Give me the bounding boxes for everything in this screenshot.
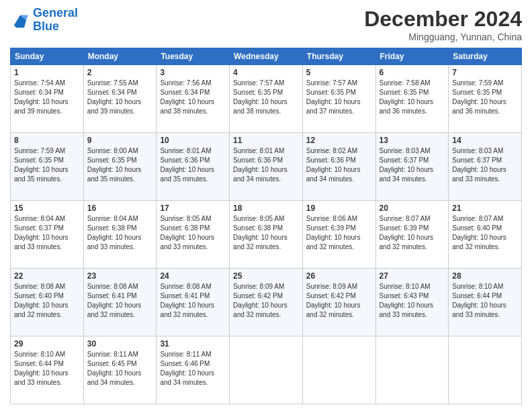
day-info: Sunrise: 7:59 AM Sunset: 6:35 PM Dayligh…: [452, 79, 518, 116]
day-number: 1: [14, 68, 80, 77]
table-row: 27 Sunrise: 8:10 AM Sunset: 6:43 PM Dayl…: [375, 269, 449, 336]
sunset-label: Sunset: 6:34 PM: [160, 89, 210, 96]
sunset-label: Sunset: 6:40 PM: [452, 224, 502, 232]
table-row: 28 Sunrise: 8:10 AM Sunset: 6:44 PM Dayl…: [449, 269, 522, 336]
daylight-label: Daylight: 10 hours and 34 minutes.: [380, 166, 434, 183]
daylight-label: Daylight: 10 hours and 32 minutes.: [380, 234, 434, 250]
sunrise-label: Sunrise: 7:56 AM: [160, 79, 211, 87]
day-info: Sunrise: 8:00 AM Sunset: 6:35 PM Dayligh…: [87, 146, 153, 184]
day-info: Sunrise: 8:09 AM Sunset: 6:42 PM Dayligh…: [306, 282, 372, 320]
calendar-header-row: Sunday Monday Tuesday Wednesday Thursday…: [11, 48, 522, 65]
col-tuesday: Tuesday: [157, 48, 230, 65]
sunrise-label: Sunrise: 8:03 AM: [380, 147, 431, 154]
day-number: 12: [306, 136, 372, 145]
col-monday: Monday: [83, 48, 157, 65]
daylight-label: Daylight: 10 hours and 33 minutes.: [160, 234, 214, 250]
day-info: Sunrise: 8:07 AM Sunset: 6:39 PM Dayligh…: [380, 214, 445, 252]
sunrise-label: Sunrise: 8:06 AM: [306, 215, 357, 222]
day-number: 21: [452, 203, 518, 213]
sunset-label: Sunset: 6:42 PM: [233, 292, 283, 300]
day-info: Sunrise: 7:57 AM Sunset: 6:35 PM Dayligh…: [306, 79, 372, 116]
col-saturday: Saturday: [449, 48, 522, 65]
day-info: Sunrise: 8:02 AM Sunset: 6:36 PM Dayligh…: [306, 146, 372, 184]
day-number: 10: [160, 136, 226, 145]
header: General Blue December 2024 Mingguang, Yu…: [10, 7, 522, 42]
sunset-label: Sunset: 6:38 PM: [233, 224, 283, 232]
table-row: 29 Sunrise: 8:10 AM Sunset: 6:44 PM Dayl…: [11, 336, 84, 404]
sunset-label: Sunset: 6:42 PM: [306, 292, 356, 300]
sunset-label: Sunset: 6:41 PM: [87, 292, 137, 300]
daylight-label: Daylight: 10 hours and 32 minutes.: [306, 302, 361, 318]
sunrise-label: Sunrise: 8:02 AM: [306, 147, 357, 154]
day-info: Sunrise: 8:03 AM Sunset: 6:37 PM Dayligh…: [452, 146, 518, 184]
sunset-label: Sunset: 6:37 PM: [14, 224, 64, 232]
sunset-label: Sunset: 6:35 PM: [380, 89, 429, 96]
sunrise-label: Sunrise: 8:10 AM: [14, 351, 65, 358]
daylight-label: Daylight: 10 hours and 34 minutes.: [87, 369, 142, 386]
sunrise-label: Sunrise: 8:09 AM: [306, 283, 357, 290]
sunset-label: Sunset: 6:36 PM: [160, 156, 210, 164]
day-number: 26: [306, 271, 372, 281]
day-info: Sunrise: 7:56 AM Sunset: 6:34 PM Dayligh…: [160, 79, 226, 116]
day-number: 7: [452, 68, 518, 77]
day-info: Sunrise: 8:09 AM Sunset: 6:42 PM Dayligh…: [233, 282, 299, 320]
sunrise-label: Sunrise: 8:05 AM: [160, 215, 211, 222]
sunrise-label: Sunrise: 8:08 AM: [160, 283, 211, 290]
day-info: Sunrise: 8:05 AM Sunset: 6:38 PM Dayligh…: [160, 214, 226, 252]
calendar: Sunday Monday Tuesday Wednesday Thursday…: [10, 48, 522, 404]
day-number: 2: [87, 68, 153, 77]
sunset-label: Sunset: 6:46 PM: [160, 360, 210, 367]
daylight-label: Daylight: 10 hours and 32 minutes.: [160, 302, 214, 318]
col-thursday: Thursday: [302, 48, 375, 65]
day-info: Sunrise: 8:11 AM Sunset: 6:46 PM Dayligh…: [160, 350, 226, 387]
sunset-label: Sunset: 6:37 PM: [452, 156, 502, 164]
day-number: 8: [14, 136, 80, 145]
table-row: [230, 336, 303, 404]
daylight-label: Daylight: 10 hours and 39 minutes.: [87, 98, 142, 115]
day-number: 18: [233, 203, 299, 213]
day-info: Sunrise: 8:04 AM Sunset: 6:37 PM Dayligh…: [14, 214, 80, 252]
sunset-label: Sunset: 6:36 PM: [233, 156, 283, 164]
daylight-label: Daylight: 10 hours and 33 minutes.: [14, 369, 69, 386]
sunrise-label: Sunrise: 8:11 AM: [87, 351, 138, 358]
sunset-label: Sunset: 6:35 PM: [14, 156, 64, 164]
sunset-label: Sunset: 6:41 PM: [160, 292, 210, 300]
sunset-label: Sunset: 6:35 PM: [233, 89, 283, 96]
day-number: 25: [233, 271, 299, 281]
sunset-label: Sunset: 6:38 PM: [160, 224, 210, 232]
sunrise-label: Sunrise: 7:54 AM: [14, 79, 65, 87]
calendar-row: 29 Sunrise: 8:10 AM Sunset: 6:44 PM Dayl…: [11, 336, 522, 404]
logo-text: General Blue: [33, 7, 78, 34]
daylight-label: Daylight: 10 hours and 39 minutes.: [14, 98, 69, 115]
table-row: 1 Sunrise: 7:54 AM Sunset: 6:34 PM Dayli…: [11, 65, 84, 133]
daylight-label: Daylight: 10 hours and 35 minutes.: [14, 166, 69, 183]
daylight-label: Daylight: 10 hours and 35 minutes.: [160, 166, 214, 183]
table-row: [449, 336, 522, 404]
table-row: 26 Sunrise: 8:09 AM Sunset: 6:42 PM Dayl…: [302, 269, 375, 336]
sunrise-label: Sunrise: 8:01 AM: [160, 147, 211, 154]
daylight-label: Daylight: 10 hours and 37 minutes.: [306, 98, 361, 115]
table-row: 17 Sunrise: 8:05 AM Sunset: 6:38 PM Dayl…: [157, 201, 230, 269]
day-info: Sunrise: 8:06 AM Sunset: 6:39 PM Dayligh…: [306, 214, 372, 252]
day-number: 24: [160, 271, 226, 281]
sunrise-label: Sunrise: 8:03 AM: [452, 147, 503, 154]
sunrise-label: Sunrise: 8:04 AM: [14, 215, 65, 222]
table-row: 3 Sunrise: 7:56 AM Sunset: 6:34 PM Dayli…: [157, 65, 230, 133]
day-number: 16: [87, 203, 153, 213]
table-row: 23 Sunrise: 8:08 AM Sunset: 6:41 PM Dayl…: [83, 269, 157, 336]
sunset-label: Sunset: 6:44 PM: [452, 292, 502, 300]
calendar-row: 8 Sunrise: 7:59 AM Sunset: 6:35 PM Dayli…: [11, 133, 522, 201]
col-wednesday: Wednesday: [230, 48, 303, 65]
sunrise-label: Sunrise: 7:57 AM: [306, 79, 357, 87]
sunset-label: Sunset: 6:35 PM: [306, 89, 356, 96]
sunrise-label: Sunrise: 8:07 AM: [380, 215, 431, 222]
table-row: 9 Sunrise: 8:00 AM Sunset: 6:35 PM Dayli…: [83, 133, 157, 201]
table-row: [375, 336, 449, 404]
day-number: 29: [14, 339, 80, 349]
day-number: 20: [380, 203, 445, 213]
day-info: Sunrise: 8:05 AM Sunset: 6:38 PM Dayligh…: [233, 214, 299, 252]
daylight-label: Daylight: 10 hours and 32 minutes.: [233, 234, 287, 250]
day-number: 4: [233, 68, 299, 77]
table-row: 5 Sunrise: 7:57 AM Sunset: 6:35 PM Dayli…: [302, 65, 375, 133]
table-row: 24 Sunrise: 8:08 AM Sunset: 6:41 PM Dayl…: [157, 269, 230, 336]
